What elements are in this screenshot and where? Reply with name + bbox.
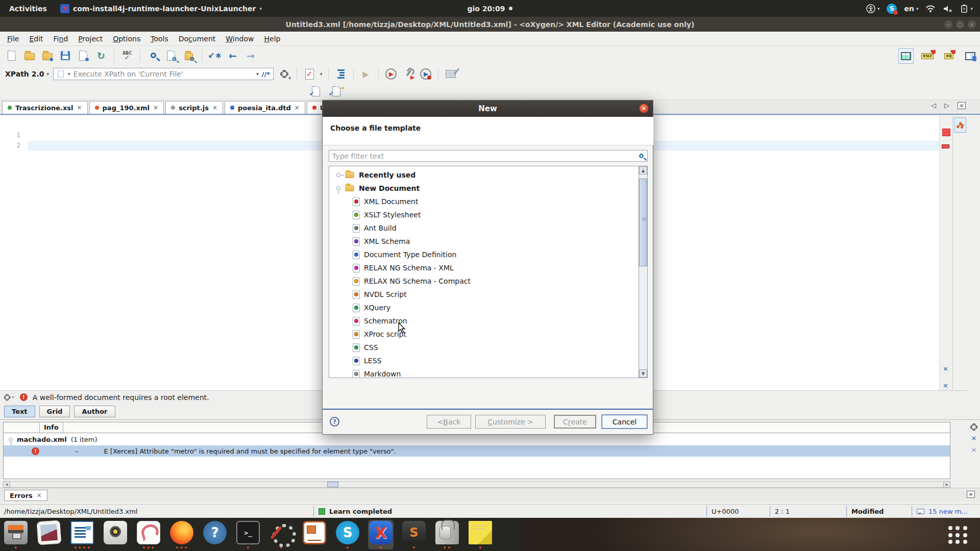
close-icon[interactable]: × (212, 104, 217, 111)
tab-script-js[interactable]: script.js × (165, 101, 223, 114)
find-replace-button[interactable] (146, 49, 160, 62)
close-icon[interactable]: × (295, 104, 300, 111)
save-to-url-button[interactable] (77, 49, 90, 62)
battery-menu[interactable]: ▾ (960, 4, 973, 13)
menu-help[interactable]: Help (260, 33, 285, 44)
xpath-builder-button[interactable]: //* (262, 70, 270, 78)
dock-image-viewer[interactable] (36, 520, 62, 549)
tree-item-xquery[interactable]: XQuery (329, 301, 647, 314)
accessibility-menu[interactable]: ▾ (866, 4, 880, 13)
switch-result-view-button[interactable]: ↙→ (330, 85, 343, 98)
hide-annotations-icon[interactable]: × (943, 365, 948, 372)
tree-item-xslt-stylesheet[interactable]: XSLT Stylesheet (329, 208, 647, 221)
panel-list-button[interactable]: ≡ (967, 491, 975, 498)
scroll-tabs-right-button[interactable]: ▷ (944, 102, 949, 109)
dock-oxygen-xml-editor[interactable]: X• (368, 520, 394, 549)
dock-firefox[interactable]: ••• (169, 520, 194, 549)
tree-item-new-document[interactable]: New Document (329, 182, 647, 195)
tree-item-dtd[interactable]: Document Type Definition (329, 248, 647, 261)
editor-layout-button[interactable] (898, 48, 914, 64)
validate-dropdown[interactable]: ▾ (320, 71, 323, 77)
menu-edit[interactable]: Edit (25, 33, 47, 44)
review-button[interactable] (444, 67, 457, 81)
create-button[interactable]: Create (554, 415, 596, 429)
close-icon[interactable]: × (77, 104, 82, 111)
open-file-button[interactable] (23, 49, 36, 62)
focused-app-menu[interactable]: X com-install4j-runtime-launcher-UnixLau… (56, 4, 266, 13)
info-column-header[interactable]: Info (39, 422, 63, 433)
scrollbar-thumb[interactable] (639, 179, 647, 266)
goto-definition-button[interactable]: ▶ (359, 67, 373, 81)
configure-transformation-button[interactable]: ▶ (402, 67, 415, 81)
dock-rhythmbox[interactable] (103, 520, 128, 549)
close-icon[interactable]: × (153, 104, 158, 111)
save-button[interactable] (59, 49, 72, 62)
xpath-version-selector[interactable]: XPath 2.0▾ (5, 70, 49, 78)
debug-xquery-button[interactable]: XQ (941, 48, 957, 64)
clear-errors-icon[interactable]: × (971, 446, 977, 454)
customize-button[interactable]: Customize > (475, 415, 546, 429)
menu-file[interactable]: File (3, 33, 23, 44)
tree-item-xml-document[interactable]: XML Document (329, 195, 647, 208)
menu-project[interactable]: Project (74, 33, 107, 44)
tree-item-css[interactable]: CSS (329, 341, 647, 354)
tree-item-recently-used[interactable]: Recently used (329, 168, 647, 182)
dock-system-tools[interactable]: • (268, 520, 294, 549)
close-errors-icon[interactable]: × (971, 434, 977, 442)
horizontal-scrollbar[interactable]: ◂ ▸ (3, 481, 950, 488)
scroll-tabs-left-button[interactable]: ◁ (931, 102, 936, 109)
dock-archive-manager[interactable]: • (3, 520, 29, 549)
activities-button[interactable]: Activities (0, 0, 56, 17)
scroll-left-button[interactable]: ◂ (3, 481, 10, 488)
overview-ruler[interactable] (939, 116, 952, 390)
show-applications-button[interactable] (948, 526, 968, 544)
dock-skype[interactable]: S• (335, 520, 360, 549)
volume-muted-icon[interactable] (943, 5, 953, 13)
open-url-button[interactable] (41, 49, 54, 62)
expand-toggle-icon[interactable] (336, 173, 340, 177)
dialog-title-bar[interactable]: New × (323, 101, 653, 117)
format-indent-button[interactable] (334, 67, 348, 81)
show-in-document-button[interactable]: ↙ (309, 85, 323, 98)
chevron-down-icon[interactable]: ▾ (256, 71, 259, 77)
debug-transformation-button[interactable]: ▶ (419, 67, 432, 81)
help-button[interactable]: ? (330, 417, 339, 427)
view-text-button[interactable]: Text (4, 406, 35, 417)
back-button[interactable]: < Back (427, 415, 471, 429)
find-in-files-button[interactable] (164, 49, 178, 62)
dock-sublime-text[interactable]: S• (401, 520, 427, 549)
expand-toggle-icon[interactable] (9, 438, 13, 442)
reload-button[interactable]: ↻ (94, 49, 108, 62)
error-detail-row[interactable]: ! – E [Xerces] Attribute "metro" is requ… (4, 445, 950, 457)
tree-item-xproc-script[interactable]: XProc script (329, 328, 647, 341)
validate-button[interactable]: ✓ (303, 67, 316, 81)
new-file-button[interactable] (5, 49, 18, 62)
menu-window[interactable]: Window (222, 33, 258, 44)
template-filter-input[interactable]: Type filter text (329, 150, 648, 162)
close-button[interactable]: × (968, 20, 976, 29)
scroll-right-button[interactable]: ▸ (943, 481, 950, 488)
close-icon[interactable]: × (37, 492, 42, 499)
grid-edit-button[interactable] (963, 48, 978, 64)
tree-item-schematron[interactable]: Schematron (329, 314, 647, 328)
view-grid-button[interactable]: Grid (39, 406, 70, 417)
find-resource-button[interactable] (182, 49, 195, 62)
view-author-button[interactable]: Author (74, 406, 115, 417)
scroll-up-button[interactable]: ▲ (639, 166, 647, 174)
menu-tools[interactable]: Tools (146, 33, 173, 44)
dock-libreoffice-writer[interactable]: •••• (69, 520, 95, 549)
apply-transformation-button[interactable]: ▶ (384, 67, 398, 81)
template-tree[interactable]: Recently used New Document XML Document … (329, 166, 648, 378)
errors-tab[interactable]: Errors × (4, 490, 47, 501)
dock-libreoffice-impress[interactable] (302, 520, 327, 549)
hide-annotations-icon[interactable]: × (943, 382, 948, 389)
error-mark[interactable] (942, 129, 950, 136)
dock-terminal[interactable]: >_• (235, 520, 261, 549)
back-button[interactable]: ← (226, 49, 239, 62)
window-title-bar[interactable]: Untitled3.xml [/home/tizzja/Desktop/XML/… (0, 17, 980, 32)
vertical-scrollbar[interactable]: ▲ ▼ (639, 166, 647, 378)
debug-xslt-button[interactable]: XSLT (920, 48, 935, 64)
new-messages-link[interactable]: 15 new m... (913, 505, 972, 518)
expand-toggle-icon[interactable] (336, 186, 340, 190)
menu-options[interactable]: Options (109, 33, 144, 44)
